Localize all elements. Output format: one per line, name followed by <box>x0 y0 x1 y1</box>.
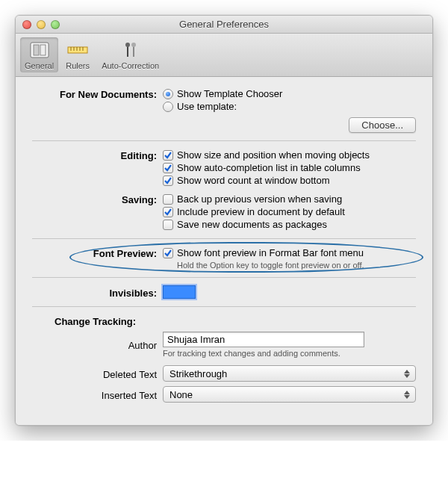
checkbox-icon <box>163 220 173 230</box>
tab-rulers-label: Rulers <box>66 61 90 70</box>
deleted-text-label: Deleted Text <box>32 367 163 380</box>
section-editing: Editing: Show size and position when mov… <box>32 149 416 187</box>
choose-button[interactable]: Choose... <box>349 117 416 133</box>
checkbox-icon <box>163 207 173 217</box>
svg-rect-1 <box>34 45 39 55</box>
check-label: Save new documents as packages <box>177 219 327 230</box>
section-new-documents: For New Documents: Show Template Chooser… <box>32 87 416 141</box>
editing-label: Editing: <box>32 149 163 161</box>
font-preview-highlight: Show font preview in Format Bar font men… <box>163 246 416 270</box>
check-backup[interactable]: Back up previous version when saving <box>163 193 416 205</box>
inserted-text-select[interactable]: None <box>163 386 416 403</box>
stepper-icon <box>402 391 412 399</box>
check-label: Show auto-completion list in table colum… <box>177 162 361 173</box>
font-preview-label: Font Preview: <box>32 246 163 259</box>
window-title: General Preferences <box>16 19 432 30</box>
separator <box>32 277 416 278</box>
stepper-icon <box>402 370 412 378</box>
checkbox-icon <box>163 150 173 161</box>
tab-auto-correction[interactable]: Auto-Correction <box>97 37 164 72</box>
tab-general[interactable]: General <box>20 37 58 72</box>
author-field[interactable] <box>163 332 364 347</box>
saving-label: Saving: <box>32 193 163 205</box>
section-invisibles: Invisibles: <box>32 285 416 307</box>
font-preview-hint: Hold the Option key to toggle font previ… <box>177 261 416 270</box>
new-documents-label: For New Documents: <box>32 87 163 100</box>
deleted-text-value: Strikethrough <box>169 368 227 379</box>
radio-use-template[interactable]: Use template: <box>163 100 416 113</box>
checkbox-icon <box>163 194 173 205</box>
check-label: Show font preview in Format Bar font men… <box>177 247 364 258</box>
zoom-button[interactable] <box>51 20 60 29</box>
radio-template-chooser[interactable]: Show Template Chooser <box>163 87 416 100</box>
check-packages[interactable]: Save new documents as packages <box>163 218 416 231</box>
radio-icon <box>163 89 173 99</box>
tab-rulers[interactable]: Rulers <box>60 37 96 72</box>
autocorrection-icon <box>119 39 143 61</box>
section-saving: Saving: Back up previous version when sa… <box>32 193 416 239</box>
svg-point-9 <box>125 43 130 47</box>
deleted-text-select[interactable]: Strikethrough <box>163 365 416 382</box>
author-label: Author <box>32 338 163 351</box>
tab-general-label: General <box>25 61 54 70</box>
separator <box>32 238 416 239</box>
check-label: Back up previous version when saving <box>177 193 342 205</box>
preferences-window: General Preferences General <box>15 15 433 426</box>
check-preview[interactable]: Include preview in document by default <box>163 205 416 218</box>
toolbar: General Rulers <box>16 34 432 77</box>
section-font-preview: Font Preview: Show font preview in Forma… <box>32 246 416 278</box>
check-show-size[interactable]: Show size and position when moving objec… <box>163 149 416 161</box>
checkbox-icon <box>163 248 173 258</box>
separator <box>32 306 416 307</box>
check-autocomplete[interactable]: Show auto-completion list in table colum… <box>163 161 416 174</box>
check-font-preview[interactable]: Show font preview in Format Bar font men… <box>163 246 416 259</box>
radio-icon <box>163 102 173 112</box>
radio-label: Use template: <box>177 101 237 112</box>
window-controls <box>16 20 60 29</box>
svg-point-10 <box>131 43 136 47</box>
check-word-count[interactable]: Show word count at window bottom <box>163 174 416 187</box>
check-label: Show size and position when moving objec… <box>177 149 370 161</box>
invisibles-label: Invisibles: <box>32 286 163 299</box>
titlebar: General Preferences <box>16 16 432 34</box>
change-tracking-heading: Change Tracking: <box>32 314 163 327</box>
check-label: Show word count at window bottom <box>177 175 330 186</box>
section-change-tracking: Change Tracking: Author For tracking tex… <box>32 314 416 403</box>
radio-label: Show Template Chooser <box>177 88 282 99</box>
invisibles-color-well[interactable] <box>163 285 196 299</box>
close-button[interactable] <box>22 20 31 29</box>
author-hint: For tracking text changes and adding com… <box>163 349 416 358</box>
checkbox-icon <box>163 163 173 173</box>
check-label: Include preview in document by default <box>177 206 345 217</box>
content-area: For New Documents: Show Template Chooser… <box>16 77 432 425</box>
rulers-icon <box>66 39 90 61</box>
general-icon <box>28 39 52 61</box>
separator <box>32 140 416 141</box>
inserted-text-value: None <box>169 389 193 400</box>
inserted-text-label: Inserted Text <box>32 388 163 401</box>
minimize-button[interactable] <box>37 20 46 29</box>
checkbox-icon <box>163 176 173 186</box>
tab-autocorr-label: Auto-Correction <box>102 61 159 70</box>
svg-rect-2 <box>40 45 46 55</box>
